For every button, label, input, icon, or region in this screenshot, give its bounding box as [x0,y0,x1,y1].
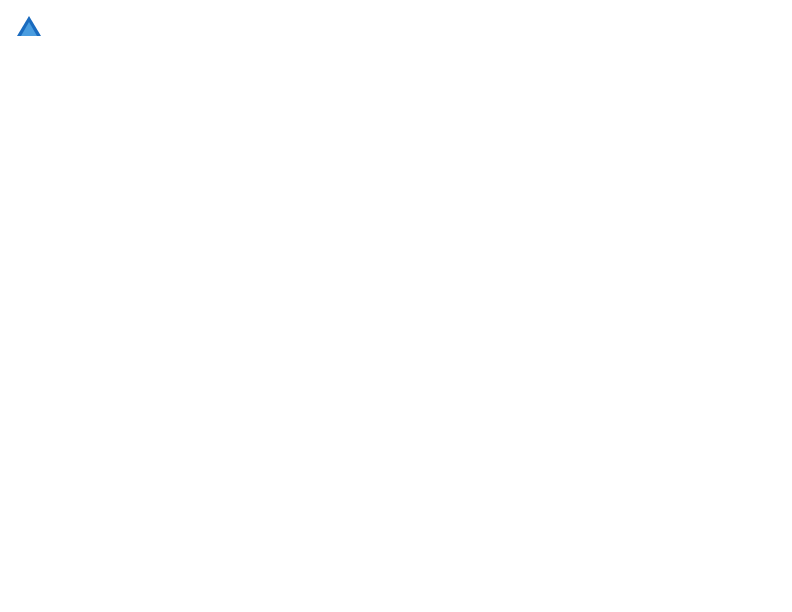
logo-icon [15,14,43,42]
page-header [15,10,777,42]
logo [15,14,47,42]
